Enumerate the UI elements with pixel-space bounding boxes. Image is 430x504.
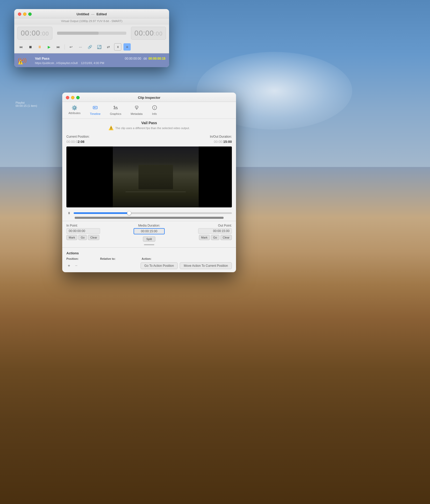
traffic-lights — [18, 12, 32, 16]
in-point-buttons: Mark Go Clear — [66, 235, 120, 240]
ci-traffic-lights — [66, 96, 80, 99]
svg-point-1 — [94, 107, 95, 108]
clip-inspector-clip-name: Vail Pass — [62, 119, 236, 125]
separator-1 — [65, 44, 65, 50]
minimize-button[interactable] — [23, 12, 26, 16]
info-icon — [152, 105, 157, 111]
maximize-button[interactable] — [28, 12, 32, 16]
trim-bar[interactable] — [75, 217, 224, 219]
add-action-button[interactable]: + — [66, 263, 72, 268]
video-black-right — [199, 146, 232, 207]
playback-row: ⏸ — [62, 209, 236, 216]
actions-col-position-header: Position: — [66, 257, 100, 260]
tab-graphics[interactable]: Graphics — [108, 104, 123, 116]
move-action-to-current-button[interactable]: Move Action To Current Position — [180, 262, 232, 269]
out-point-section: Out Point: 00:00:15:00 Mark Go Clear — [178, 224, 232, 240]
current-position-label: Current Position: — [66, 135, 89, 138]
media-duration-label: Media Duration: — [138, 224, 160, 227]
tab-info-label: Info — [152, 112, 157, 115]
cycle-button[interactable]: 🔄 — [95, 43, 103, 51]
ci-minimize-button[interactable] — [71, 96, 74, 99]
track-url: https://publicstr...HS/playlist.m3u8 — [35, 61, 78, 65]
ci-toolbar: ⚙️ Attributes Timeline Graphics — [62, 102, 236, 119]
in-mark-button[interactable]: Mark — [66, 235, 77, 240]
ci-close-button[interactable] — [66, 96, 69, 99]
clip-pause-button[interactable]: ⏸ — [66, 211, 72, 216]
timecode-center — [55, 31, 129, 36]
timeline-icon — [93, 105, 98, 111]
shuffle-button[interactable]: ⇄ — [105, 43, 112, 51]
tab-timeline[interactable]: Timeline — [88, 104, 102, 116]
loop-button[interactable]: ↩ — [67, 43, 75, 51]
tab-attributes-label: Attributes — [68, 111, 80, 115]
main-window-subtitle: Virtual Output (1080p 29.97 YUV 8-bit - … — [14, 18, 169, 25]
main-window-titlebar: Untitled — Edited — [14, 9, 169, 18]
in-point-label: In Point: — [66, 224, 120, 227]
actions-controls: + − Go To Action Position Move Action To… — [66, 262, 232, 269]
goto-action-position-button[interactable]: Go To Action Position — [141, 262, 178, 269]
out-go-button[interactable]: Go — [211, 235, 219, 240]
split-button[interactable]: Split — [143, 236, 155, 242]
video-black-left — [66, 146, 113, 207]
metadata-icon — [134, 105, 139, 111]
actions-section: Actions Position: Relative to: Action: +… — [62, 249, 236, 272]
timecode-right-display: 00:00:00 — [131, 27, 166, 40]
tab-graphics-label: Graphics — [110, 112, 121, 115]
playback-thumb[interactable] — [127, 211, 131, 215]
clip-inspector-titlebar: Clip Inspector — [62, 93, 236, 102]
graphics-icon — [113, 105, 118, 111]
out-point-input[interactable]: 00:00:15:00 — [198, 228, 232, 234]
track-date: 12/31/69, 4:00 PM — [81, 61, 104, 65]
ci-warning-icon: ⚠️ — [108, 125, 114, 130]
drag-handle[interactable] — [144, 244, 154, 245]
skip-to-end-button[interactable]: ⏭ — [55, 43, 62, 51]
attributes-icon: ⚙️ — [72, 105, 77, 111]
track-name: Vail Pass — [35, 57, 50, 60]
pause-button[interactable]: ⏸ — [36, 43, 43, 51]
in-go-button[interactable]: Go — [78, 235, 87, 240]
in-point-input[interactable]: 00:00:00:00 — [66, 228, 100, 234]
progress-bar-fill — [57, 32, 99, 35]
transport-controls: ⏮ ⏹ ⏸ ▶ ⏭ ↩ ··· 🔗 🔄 ⇄ ⏸ ≡ — [14, 42, 169, 53]
tab-metadata-label: Metadata — [131, 112, 143, 115]
skip-to-start-button[interactable]: ⏮ — [17, 43, 25, 51]
media-duration-section: Media Duration: 00:00:15:00 Split — [122, 224, 176, 242]
ci-warning-text: The clip uses a different fps than the s… — [115, 127, 190, 130]
actions-col-relative-header: Relative to: — [100, 257, 142, 260]
playback-slider[interactable] — [74, 212, 232, 214]
pause-indicator-button[interactable]: ⏸ — [114, 43, 121, 51]
in-clear-button[interactable]: Clear — [88, 235, 99, 240]
tab-info[interactable]: Info — [150, 104, 159, 116]
split-btn-wrapper: Split — [143, 235, 155, 242]
svg-point-6 — [154, 107, 155, 107]
playlist-status: Playlist 00:00:15 (1 item) — [16, 101, 37, 107]
actions-header: Position: Relative to: Action: — [66, 257, 232, 260]
ci-position-row: Current Position: In/Out Duration: — [62, 132, 236, 139]
main-window: Untitled — Edited Virtual Output (1080p … — [14, 9, 169, 67]
ci-position-values-row: 00:00:02:08 00:00:15:00 — [62, 139, 236, 145]
svg-rect-0 — [93, 106, 97, 109]
tab-attributes[interactable]: ⚙️ Attributes — [66, 104, 82, 116]
video-landscape — [138, 165, 173, 189]
ci-maximize-button[interactable] — [76, 96, 80, 99]
tab-timeline-label: Timeline — [90, 112, 100, 115]
actions-title: Actions — [66, 251, 232, 255]
play-button[interactable]: ▶ — [45, 43, 53, 51]
tab-metadata[interactable]: Metadata — [129, 104, 145, 116]
stop-button[interactable]: ⏹ — [27, 43, 34, 51]
track-warning-icon: ⚠️ — [18, 60, 23, 65]
out-point-label: Out Point: — [218, 224, 232, 227]
list-view-button[interactable]: ≡ — [123, 43, 131, 51]
clip-inspector-window: Clip Inspector ⚙️ Attributes Timeline — [62, 93, 236, 272]
in-point-section: In Point: 00:00:00:00 Mark Go Clear — [66, 224, 120, 240]
remove-action-button[interactable]: − — [74, 263, 79, 268]
media-duration-input[interactable]: 00:00:15:00 — [134, 228, 165, 234]
video-content: I-70 9P M15 90 B 1.9 miles E of Eisenhow… — [113, 146, 199, 207]
link-button[interactable]: 🔗 — [86, 43, 93, 51]
more-button[interactable]: ··· — [77, 43, 84, 51]
close-button[interactable] — [18, 12, 21, 16]
progress-bar[interactable] — [57, 32, 127, 35]
out-mark-button[interactable]: Mark — [199, 235, 210, 240]
video-frame: I-70 9P M15 90 B 1.9 miles E of Eisenhow… — [66, 146, 232, 207]
out-clear-button[interactable]: Clear — [220, 235, 232, 240]
